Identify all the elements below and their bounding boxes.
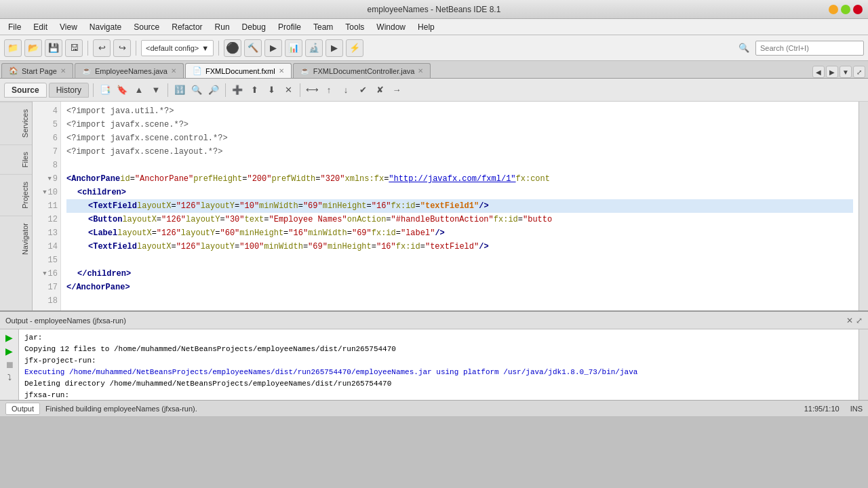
- zoom-in-button[interactable]: 🔍: [189, 83, 204, 98]
- tab-start-page[interactable]: 🏠 Start Page ✕: [1, 63, 73, 78]
- ln-18: 18: [33, 294, 58, 308]
- menu-profile[interactable]: Profile: [273, 21, 307, 33]
- tab-maximize-button[interactable]: ⤢: [853, 66, 865, 78]
- files-panel-tab[interactable]: Files: [0, 144, 32, 174]
- add-bookmark[interactable]: ➕: [230, 83, 245, 98]
- output-close-button[interactable]: ✕: [846, 316, 853, 325]
- menu-navigate[interactable]: Navigate: [84, 21, 127, 33]
- projects-panel-tab[interactable]: Projects: [0, 174, 32, 216]
- toggle-line-numbers[interactable]: 🔢: [172, 83, 187, 98]
- remove-bookmark[interactable]: ✕: [281, 83, 296, 98]
- redo-button[interactable]: ↪: [113, 39, 131, 57]
- app-title: employeeNames - NetBeans IDE 8.1: [368, 5, 501, 14]
- tab-employeenames[interactable]: ☕ EmployeeNames.java ✕: [75, 63, 184, 78]
- services-panel-tab[interactable]: Services: [0, 102, 32, 144]
- separator-3: [218, 41, 219, 56]
- code-line-8: [66, 159, 853, 172]
- source-tab[interactable]: Source: [4, 83, 47, 98]
- ln-11: 11: [33, 199, 58, 213]
- maximize-button[interactable]: [841, 5, 850, 14]
- config-dropdown[interactable]: <default config> ▼: [141, 40, 214, 56]
- src-sep-2: [167, 83, 168, 97]
- output-wrap-button[interactable]: ⤵: [7, 373, 12, 382]
- config-arrow: ▼: [201, 44, 209, 52]
- output-status-tab[interactable]: Output: [5, 403, 40, 415]
- minimize-button[interactable]: [829, 5, 838, 14]
- stop-button[interactable]: ⏹: [5, 359, 14, 370]
- status-bar: Output Finished building employeeNames (…: [0, 400, 868, 416]
- tab-employeenames-close[interactable]: ✕: [171, 67, 176, 75]
- tab-fxmldocument[interactable]: 📄 FXMLDocument.fxml ✕: [185, 63, 292, 78]
- open-project-button[interactable]: 📂: [24, 39, 42, 57]
- history-tab[interactable]: History: [49, 83, 89, 98]
- tab-scroll-right[interactable]: ▶: [826, 66, 838, 78]
- code-line-13: <Label layoutX="126" layoutY="60" minHei…: [66, 226, 853, 240]
- output-action-buttons: ▶ ▶ ⏹ ⤵: [0, 329, 19, 400]
- menu-view[interactable]: View: [54, 21, 83, 33]
- save-button[interactable]: 💾: [45, 39, 62, 57]
- next-occurrence-button[interactable]: ▼: [149, 83, 163, 98]
- ln-4: 4: [33, 104, 58, 118]
- prev-bookmark[interactable]: ⬆: [247, 83, 262, 98]
- tab-scroll-left[interactable]: ◀: [812, 66, 825, 78]
- code-editor: 4 5 6 7 8 ▼9 ▼10 11 12 13 14 15 ▼16: [33, 102, 868, 310]
- debug-button[interactable]: ▶: [264, 39, 282, 57]
- code-line-7: <?import javafx.scene.layout.*?>: [66, 145, 853, 159]
- tab-fxmlcontroller-close[interactable]: ✕: [418, 67, 423, 75]
- code-line-18: [66, 294, 853, 308]
- tab-list-button[interactable]: ▼: [840, 66, 852, 78]
- menu-team[interactable]: Team: [308, 21, 338, 33]
- prev-diff[interactable]: ↑: [321, 83, 336, 98]
- undo-button[interactable]: ↩: [93, 39, 111, 57]
- code-line-15: [66, 253, 853, 267]
- code-content[interactable]: <?import java.util.*?> <?import javafx.s…: [61, 102, 859, 310]
- output-scrollbar[interactable]: [859, 329, 868, 400]
- ln-9-fold: ▼9: [33, 172, 58, 186]
- save-all-button[interactable]: 🖫: [65, 39, 83, 57]
- tab-fxmlcontroller[interactable]: ☕ FXMLDocumentController.java ✕: [293, 63, 431, 78]
- close-button[interactable]: [853, 5, 863, 14]
- next-bookmark[interactable]: ⬇: [264, 83, 279, 98]
- search-input[interactable]: [755, 41, 864, 56]
- prev-occurrence-button[interactable]: ▲: [132, 83, 146, 98]
- ln-13: 13: [33, 226, 58, 240]
- menu-debug[interactable]: Debug: [237, 21, 271, 33]
- reject-diff[interactable]: ✘: [372, 83, 387, 98]
- config-value: <default config>: [146, 44, 199, 52]
- clean-build-button[interactable]: 🔨: [244, 39, 262, 57]
- zoom-out-button[interactable]: 🔎: [206, 83, 221, 98]
- test-button[interactable]: 🔬: [305, 39, 323, 57]
- menu-tools[interactable]: Tools: [340, 21, 370, 33]
- out-line-1: Copying 12 files to /home/muhammed/NetBe…: [24, 344, 853, 355]
- tab-start-close[interactable]: ✕: [60, 67, 66, 75]
- vertical-scrollbar[interactable]: [859, 102, 868, 310]
- output-expand-button[interactable]: ⤢: [856, 316, 863, 325]
- history-forward[interactable]: →: [389, 83, 404, 98]
- toggle-diff[interactable]: ⟷: [304, 83, 319, 98]
- ln-17: 17: [33, 281, 58, 294]
- fxmlcontroller-icon: ☕: [300, 66, 310, 75]
- toggle-breakpoints-button[interactable]: 🔖: [115, 83, 130, 98]
- code-line-6: <?import javafx.scene.control.*?>: [66, 131, 853, 145]
- menu-file[interactable]: File: [3, 21, 26, 33]
- navigator-panel-tab[interactable]: Navigator: [0, 216, 32, 262]
- tab-fxmldoc-close[interactable]: ✕: [279, 67, 284, 75]
- menu-run[interactable]: Run: [210, 21, 235, 33]
- source-toolbar: Source History 📑 🔖 ▲ ▼ 🔢 🔍 🔎 ➕ ⬆ ⬇ ✕ ⟷ ↑…: [0, 79, 868, 102]
- new-project-button[interactable]: 📁: [4, 39, 22, 57]
- menu-refactor[interactable]: Refactor: [166, 21, 208, 33]
- menu-help[interactable]: Help: [412, 21, 440, 33]
- play-button[interactable]: ▶: [5, 332, 13, 343]
- run-btn2[interactable]: ▶: [326, 39, 343, 57]
- profile-button[interactable]: 📊: [285, 39, 302, 57]
- output-text: jar: Copying 12 files to /home/muhammed/…: [19, 329, 859, 400]
- menu-source[interactable]: Source: [128, 21, 165, 33]
- menu-edit[interactable]: Edit: [28, 21, 53, 33]
- run-project-button[interactable]: ⚫: [224, 39, 241, 57]
- apply-code-changes[interactable]: ⚡: [346, 39, 363, 57]
- menu-window[interactable]: Window: [371, 21, 411, 33]
- play-button-2[interactable]: ▶: [5, 346, 13, 357]
- toggle-bookmarks-button[interactable]: 📑: [98, 83, 113, 98]
- next-diff[interactable]: ↓: [338, 83, 353, 98]
- accept-diff[interactable]: ✔: [355, 83, 370, 98]
